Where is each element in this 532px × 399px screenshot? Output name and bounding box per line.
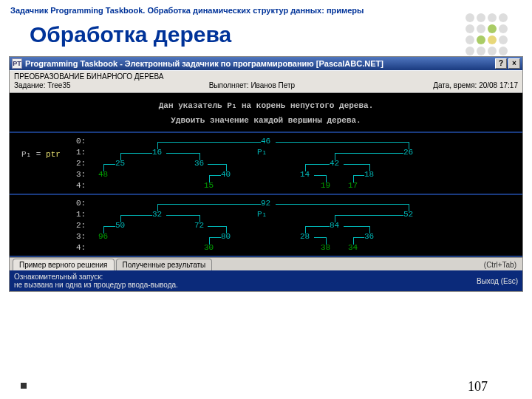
tree-leaf: 48 [98,169,108,180]
page-number: 107 [468,379,488,395]
status-message: Ознакомительный запуск: не вызвана ни од… [14,273,178,289]
level-label: 3: [76,231,86,242]
tree-node: 32 [152,209,162,219]
task-id: Задание: Tree35 [14,81,71,89]
close-button[interactable]: × [508,58,520,69]
instructions: Дан указатель P₁ на корень непустого дер… [10,93,522,133]
tree-node: 40 [221,169,231,180]
level-label: 1: [76,209,86,219]
tree-node: 42 [330,158,339,168]
executor: Выполняет: Иванов Петр [209,81,295,89]
tree-node: 36 [364,231,374,242]
datetime: Дата, время: 20/08 17:17 [433,81,518,89]
tree-node: 25 [115,158,125,168]
level-label: 0: [76,136,86,146]
terminal: Дан указатель P₁ на корень непустого дер… [10,93,522,257]
instr-line: Удвоить значение каждой вершины дерева. [14,115,518,126]
titlebar: PT Programming Taskbook - Электронный за… [10,57,522,70]
tree-node: P₁ [257,147,267,157]
tree-node: 46 [261,136,270,146]
tree-leaf: 19 [321,180,330,191]
task-meta: ПРЕОБРАЗОВАНИЕ БИНАРНОГО ДЕРЕВА Задание:… [10,70,522,93]
tree-node: 52 [403,209,413,219]
bullet-icon [21,383,27,389]
level-label: 0: [76,198,86,208]
tree-leaf: 34 [348,242,358,253]
tree-node: P₁ [257,209,267,219]
instr-line: Дан указатель P₁ на корень непустого дер… [14,100,518,111]
tree-input: P₁ = ptr 0: 1: 2: 3: 4: 46 16 P₁ 26 25 [10,133,522,195]
tree-node: 14 [300,169,310,180]
tab-hint: (Ctrl+Tab) [481,259,519,270]
tree-node: 80 [221,231,231,242]
level-label: 2: [76,220,86,231]
status-bar: Ознакомительный запуск: не вызвана ни од… [10,270,522,291]
tree-node: 72 [194,220,204,231]
level-label: 2: [76,158,86,168]
tab-results[interactable]: Полученные результаты [116,259,213,270]
tree-node: 92 [261,198,270,208]
app-icon: PT [12,58,22,69]
level-label: 3: [76,169,86,180]
breadcrumb: Задачник Programming Taskbook. Обработка… [0,0,532,15]
corner-decoration [466,13,508,56]
exit-button[interactable]: Выход (Esc) [477,277,518,285]
tree-leaf: 96 [98,231,108,242]
level-label: 1: [76,147,86,157]
level-label: 4: [76,242,86,253]
tree-leaf: 38 [321,242,330,253]
window-title: Programming Taskbook - Электронный задач… [25,59,383,68]
app-window: PT Programming Taskbook - Электронный за… [9,56,523,292]
tree-node: 50 [115,220,125,231]
tree-node: 18 [364,169,374,180]
level-label: 4: [76,180,86,191]
tree-leaf: 17 [348,180,358,191]
tree-node: 36 [194,158,204,168]
result-tabs: Пример верного решения Полученные резуль… [10,257,522,270]
tree-leaf: 30 [204,242,214,253]
help-button[interactable]: ? [495,58,507,69]
tab-example[interactable]: Пример верного решения [13,259,115,270]
tree-node: 84 [330,220,339,231]
tree-node: 16 [152,147,162,157]
pointer-label: P₁ = ptr [21,149,61,160]
task-title: ПРЕОБРАЗОВАНИЕ БИНАРНОГО ДЕРЕВА [14,72,518,81]
tree-node: 26 [403,147,413,157]
tree-leaf: 15 [204,180,214,191]
tree-node: 28 [300,231,310,242]
page-title: Обработка дерева [0,15,532,56]
tree-output: 0: 1: 2: 3: 4: 92 32 P₁ 52 50 72 84 [10,195,522,257]
